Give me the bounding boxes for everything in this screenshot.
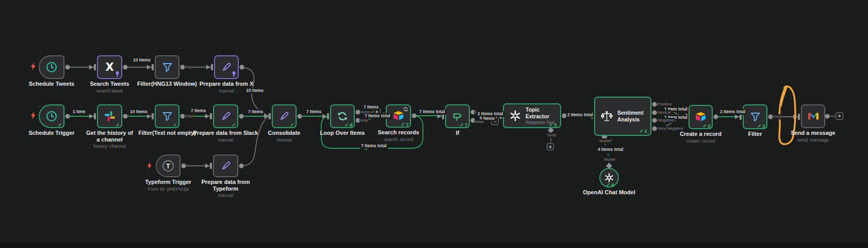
node-prepare-data-from-typeform[interactable]: Prepare data from Typeform manual [213,154,238,177]
node-get-history[interactable]: ✓ Get the history of a channel history: … [97,104,122,128]
pencil-icon [220,111,232,122]
connection-if-false [474,120,490,121]
trigger-bolt-icon [30,112,36,119]
node-openai-chat-model[interactable]: ✓ 4 OpenAI Chat Model [599,168,619,188]
add-tool-button[interactable]: + [547,143,554,150]
node-consolidate[interactable]: ✓ Consolidate manual [272,104,297,128]
add-node-button[interactable]: + [836,112,843,120]
add-node-button[interactable]: + [491,117,499,125]
pencil-icon [221,61,232,73]
svg-text:T: T [166,163,170,170]
node-typeform-trigger[interactable]: T Typeform Trigger Form ID: pHEPvUja [156,154,181,177]
node-title: Topic Extractor [526,106,560,119]
airtable-icon [392,111,405,121]
node-filter-hng13[interactable]: Filter(HNG13 Window) [155,55,179,79]
node-search-tweets[interactable]: X Search Tweets search:tweet [97,55,122,79]
signpost-icon [452,111,463,122]
node-if[interactable]: ✓ 7 If [445,104,470,128]
success-badge: ✓ 2 [703,123,710,129]
hand-drawn-highlight [779,86,795,144]
funnel-icon [161,61,173,73]
workflow-canvas[interactable]: Schedule Tweets X Search Tweets search:t… [0,0,868,248]
node-create-record[interactable]: ✓ 2 Create a record create: record [689,105,713,129]
node-schedule-tweets[interactable]: Schedule Tweets [39,55,64,79]
node-schedule-trigger[interactable]: ✓ Schedule Trigger [39,104,64,128]
loop-icon [336,110,349,122]
success-badge: ✓ [116,122,120,128]
connection-x-to-consolidate [242,68,269,116]
openai-icon [604,173,614,183]
node-prepare-data-from-x[interactable]: Prepare data from X manual [214,55,239,79]
node-prepare-data-from-slack[interactable]: ✓ Prepare data from Slack manual [213,104,238,128]
sub-execution-icon [403,107,408,112]
airtable-icon [694,112,707,122]
success-badge: ✓ [173,122,177,128]
trigger-bolt-icon [147,162,152,169]
pencil-icon [279,111,290,122]
gmail-icon [807,112,820,121]
success-badge: ✓ 2 [758,123,765,129]
connections-layer [0,0,868,248]
trigger-bolt-icon [30,63,36,70]
pin-icon [232,71,236,77]
node-topic-extractor[interactable]: Topic Extractor Response Text ✓ 2 [503,103,561,128]
clock-icon [45,61,58,73]
node-sentiment-analysis[interactable]: Sentiment Analysis ✓ 2 [594,97,651,136]
pencil-icon [220,160,232,172]
node-filter-text[interactable]: ✓ Filter(Text not empty) [155,104,179,128]
typeform-icon: T [161,159,175,173]
add-node-button[interactable]: + [373,108,381,116]
node-title: Sentiment Analysis [617,110,649,122]
node-send-a-message[interactable]: Send a message send: message [801,104,825,128]
funnel-icon [161,111,173,122]
node-loop-over-items[interactable]: ✓ 8 Loop Over Items [330,104,355,128]
success-badge: ✓ 7 [460,122,467,128]
success-badge: ✓ 8 [345,122,352,128]
loopback-arrowhead [362,147,367,150]
node-search-records[interactable]: ✓ 7 Search records search: record [386,104,411,128]
pin-icon [115,71,120,77]
scales-icon [600,110,613,123]
success-badge: ✓ 7 [401,122,408,127]
connection-model-dashed [604,140,609,163]
canvas-bottom-edge [0,243,868,248]
connection-typeform-to-consolidate [241,117,269,166]
node-filter[interactable]: ✓ 2 Filter [743,104,767,129]
slack-icon [104,111,116,122]
openai-icon [509,110,521,122]
success-badge: ✓ [232,122,236,128]
clock-icon [45,110,58,122]
funnel-icon [749,111,761,123]
success-badge: ✓ 2 [640,129,647,134]
node-subtitle: Response Text [526,120,560,125]
success-badge: ✓ [58,122,62,128]
success-badge: ✓ [290,122,294,128]
